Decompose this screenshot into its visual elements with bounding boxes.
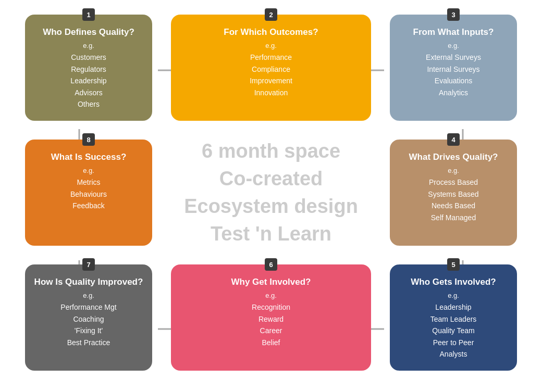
card-6-title: Why Get Involved? [231, 277, 311, 287]
card-2-items: PerformanceComplianceImprovementInnovati… [250, 52, 292, 98]
card-8-eg: e.g. [83, 167, 94, 174]
card-4: 4 What Drives Quality? e.g. Process Base… [390, 140, 517, 246]
card-2-title: For Which Outcomes? [224, 27, 318, 37]
card-4-number: 4 [447, 133, 460, 146]
card-5: 5 Who Gets Involved? e.g. LeadershipTeam… [390, 264, 517, 371]
card-5-number: 5 [447, 258, 460, 271]
card-2-number: 2 [265, 8, 277, 21]
card-5-eg: e.g. [448, 292, 459, 299]
card-3-number: 3 [447, 8, 460, 21]
card-6-items: RecognitionRewardCareerBelief [252, 301, 290, 348]
card-4-title: What Drives Quality? [409, 152, 498, 162]
card-3-items: External SurveysInternal SurveysEvaluati… [426, 52, 481, 98]
card-2: 2 For Which Outcomes? e.g. PerformanceCo… [171, 15, 371, 121]
center-line-4: Test 'n Learn [211, 220, 331, 248]
card-7-number: 7 [82, 258, 95, 271]
card-4-eg: e.g. [448, 167, 459, 174]
card-6: 6 Why Get Involved? e.g. RecognitionRewa… [171, 264, 371, 371]
card-8-title: What Is Success? [51, 152, 127, 162]
card-3-eg: e.g. [448, 42, 459, 49]
center-line-2: Co-created [219, 165, 323, 193]
card-4-items: Process BasedSystems BasedNeeds BasedSel… [428, 176, 478, 223]
card-1: 1 Who Defines Quality? e.g. CustomersReg… [25, 15, 152, 121]
card-7-eg: e.g. [83, 292, 94, 299]
card-1-number: 1 [82, 8, 95, 21]
card-7-items: Performance MgtCoaching'Fixing It'Best P… [60, 301, 116, 348]
card-6-eg: e.g. [265, 292, 277, 299]
card-8-items: MetricsBehavioursFeedback [70, 176, 107, 211]
card-1-items: CustomersRegulatorsLeadershipAdvisorsOth… [70, 52, 106, 110]
card-6-number: 6 [265, 258, 277, 271]
card-8: 8 What Is Success? e.g. MetricsBehaviour… [25, 140, 152, 246]
center-text: 6 month space Co-created Ecosystem desig… [162, 130, 380, 255]
card-7: 7 How Is Quality Improved? e.g. Performa… [25, 264, 152, 371]
card-5-items: LeadershipTeam LeadersQuality TeamPeer t… [430, 301, 477, 360]
card-2-eg: e.g. [265, 42, 277, 49]
card-3: 3 From What Inputs? e.g. External Survey… [390, 15, 517, 121]
card-1-eg: e.g. [83, 42, 94, 49]
card-8-number: 8 [82, 133, 95, 146]
center-line-1: 6 month space [202, 137, 340, 165]
card-5-title: Who Gets Involved? [411, 277, 496, 287]
diagram-container: 1 Who Defines Quality? e.g. CustomersReg… [0, 0, 542, 392]
cards-grid: 1 Who Defines Quality? e.g. CustomersReg… [16, 5, 526, 387]
center-line-3: Ecosystem design [184, 193, 358, 220]
card-7-title: How Is Quality Improved? [34, 277, 143, 287]
card-1-title: Who Defines Quality? [43, 27, 134, 37]
card-3-title: From What Inputs? [413, 27, 494, 37]
